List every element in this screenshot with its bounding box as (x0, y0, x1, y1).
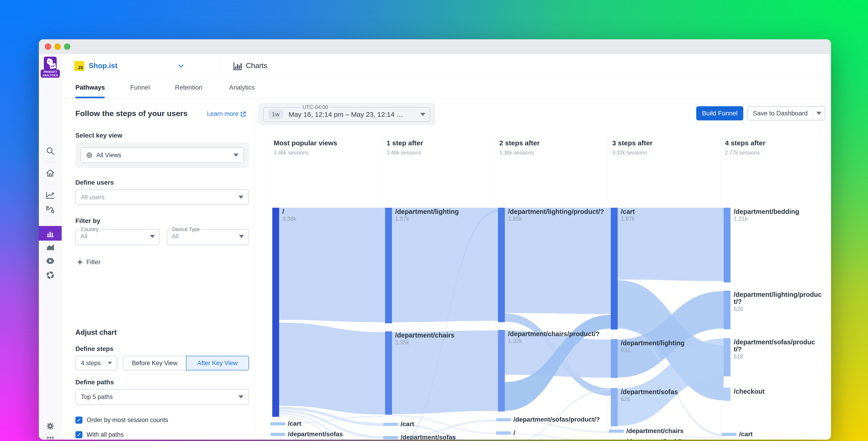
build-funnel-button[interactable]: Build Funnel (696, 106, 743, 120)
sankey-node[interactable] (498, 208, 505, 322)
sankey-node[interactable] (611, 208, 618, 329)
caret-down-icon (420, 113, 425, 116)
sankey-link[interactable] (392, 208, 498, 322)
country-value: All (81, 233, 87, 240)
pathways-config-panel: Follow the steps of your users Learn mor… (62, 98, 255, 440)
sankey-small-node[interactable] (271, 422, 285, 425)
app-window: PRODUCT ANALYTICS (39, 39, 831, 440)
sankey-node-label: /department/chairs1.35k (395, 332, 502, 346)
bar-chart-nav-selected[interactable] (39, 226, 62, 241)
caret-down-icon (150, 235, 155, 238)
sankey-node[interactable] (272, 208, 279, 417)
settings-gear-icon[interactable] (39, 421, 62, 432)
minimize-window-button[interactable] (54, 43, 61, 50)
tab-analytics[interactable]: Analytics (229, 84, 255, 91)
add-filter-label: Filter (86, 259, 100, 266)
left-icon-rail: PRODUCT ANALYTICS (39, 54, 62, 440)
active-tab-underline (75, 97, 104, 98)
tab-retention[interactable]: Retention (175, 84, 203, 91)
sankey-small-node[interactable] (496, 418, 511, 421)
steps-count-select[interactable]: 4 steps (75, 356, 117, 371)
paths-select[interactable]: Top 5 paths (75, 389, 249, 405)
donut-chart-icon[interactable] (39, 270, 62, 281)
timezone-label: UTC-04:00 (300, 104, 330, 110)
sankey-node[interactable] (611, 339, 618, 378)
sankey-link[interactable] (505, 208, 611, 314)
sankey-node[interactable] (611, 388, 618, 427)
app-header: JS Shop.ist Charts (62, 54, 831, 78)
tab-pathways[interactable]: Pathways (75, 84, 105, 91)
sankey-node[interactable] (385, 331, 392, 415)
filter-by-label: Filter by (75, 217, 100, 225)
adjust-chart-label: Adjust chart (75, 328, 117, 336)
sankey-diagram[interactable]: /3.38k/cart/department/sofas/department/… (255, 138, 831, 440)
workspace-chevron-down-icon[interactable] (177, 63, 185, 69)
key-view-select[interactable]: All Views (81, 147, 244, 163)
sankey-small-node[interactable] (496, 432, 511, 435)
with-all-paths-checkbox-row: ✓ With all paths (75, 431, 124, 438)
before-key-view-button[interactable]: Before Key View (123, 356, 186, 371)
caret-down-icon (239, 235, 244, 238)
area-chart-icon[interactable] (39, 241, 62, 252)
add-filter-button[interactable]: Filter (77, 259, 100, 266)
tab-funnel[interactable]: Funnel (130, 84, 150, 91)
rail-divider (46, 221, 55, 221)
paths-value: Top 5 paths (81, 393, 113, 401)
sankey-small-node[interactable] (383, 423, 398, 426)
save-options-dropdown[interactable] (813, 107, 825, 120)
device-type-filter[interactable]: Device Type All (167, 227, 249, 245)
duration-badge: 1w (268, 110, 283, 119)
close-window-button[interactable] (45, 43, 51, 50)
country-label: Country (79, 227, 100, 232)
sankey-small-node[interactable] (271, 433, 285, 436)
sankey-small-node-label: /department/sofas/product/? (514, 416, 600, 423)
sankey-link[interactable] (505, 433, 611, 440)
key-view-direction-toggle: Before Key View After Key View (123, 356, 249, 371)
select-key-view-label: Select key view (75, 132, 122, 139)
window-titlebar[interactable] (39, 39, 831, 54)
save-to-dashboard-split-button: Save to Dashboard (747, 106, 825, 120)
sankey-link[interactable] (279, 208, 385, 322)
header-divider (220, 54, 220, 78)
external-link-icon (240, 111, 246, 117)
sankey-link[interactable] (279, 323, 385, 414)
order-by-sessions-checkbox[interactable]: ✓ (75, 416, 83, 423)
with-all-paths-checkbox[interactable]: ✓ (75, 431, 83, 438)
sankey-small-node[interactable] (609, 430, 624, 433)
maximize-window-button[interactable] (64, 43, 70, 50)
apps-grid-icon[interactable] (39, 435, 62, 440)
workspace-name[interactable]: Shop.ist (89, 61, 117, 70)
sankey-small-node[interactable] (722, 433, 737, 436)
sankey-small-node-label: /department/sofas (401, 434, 456, 440)
play-circle-icon[interactable] (39, 256, 62, 266)
home-icon[interactable] (39, 168, 62, 178)
country-filter[interactable]: Country All (75, 227, 160, 245)
sankey-small-node-label: /department/bedding (626, 438, 690, 440)
sankey-small-node-label: /department/sofas (288, 431, 343, 438)
save-to-dashboard-button[interactable]: Save to Dashboard (748, 107, 813, 120)
users-select[interactable]: All users (75, 189, 249, 205)
pathways-icon[interactable] (39, 204, 62, 215)
line-chart-icon[interactable] (39, 190, 62, 201)
sankey-small-node-label: /cart (739, 431, 753, 438)
device-type-label: Device Type (170, 227, 202, 232)
learn-more-link[interactable]: Learn more (207, 110, 246, 117)
sankey-node[interactable] (385, 208, 392, 323)
sankey-node[interactable] (724, 291, 731, 329)
steps-value: 4 steps (81, 360, 101, 367)
sankey-node-label: /department/lighting/product/?626 (734, 291, 823, 312)
charts-icon (232, 61, 243, 70)
key-view-value: All Views (96, 152, 121, 159)
date-range-picker[interactable]: UTC-04:00 1w May 16, 12:14 pm – May 23, … (263, 104, 430, 122)
sankey-small-node[interactable] (383, 436, 398, 439)
caret-down-icon (108, 362, 112, 364)
search-icon[interactable] (39, 146, 62, 156)
product-analytics-logo[interactable]: PRODUCT ANALYTICS (41, 57, 60, 79)
desktop-background: PRODUCT ANALYTICS (0, 0, 868, 441)
sankey-node-label: /checkout (734, 388, 823, 395)
sankey-small-node-label: /cart (288, 420, 301, 427)
after-key-view-button[interactable]: After Key View (186, 356, 249, 371)
svg-text:PRODUCT: PRODUCT (43, 70, 57, 74)
sankey-node-label: /department/bedding1.21k (734, 208, 823, 222)
device-type-value: All (172, 233, 179, 240)
